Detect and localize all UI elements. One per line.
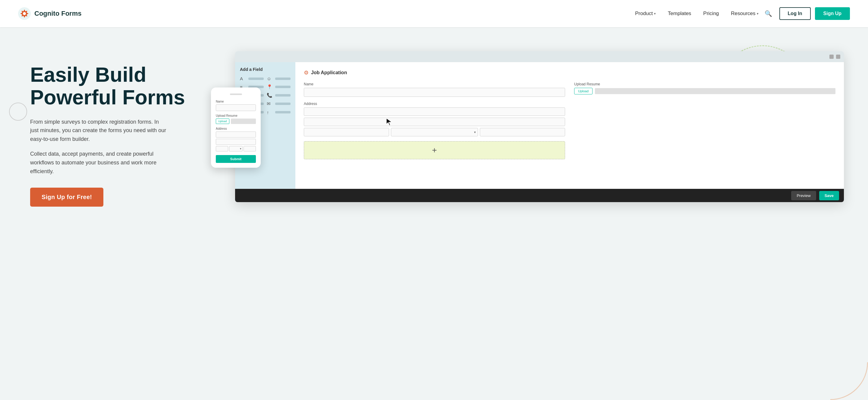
- file-field-icon: ↑: [267, 110, 273, 115]
- upload-progress-bar: [595, 88, 835, 94]
- logo-link[interactable]: Cognito Forms: [18, 7, 82, 20]
- field-line: [275, 94, 290, 96]
- save-button[interactable]: Save: [819, 191, 839, 200]
- mobile-form-overlay: Name Upload Resume Upload Address ▾ Subm…: [211, 87, 261, 168]
- resources-chevron-icon: ▾: [757, 12, 758, 16]
- svg-point-1: [23, 12, 26, 15]
- form-app-header: ⚙ Job Application: [304, 69, 835, 76]
- mobile-addr-state[interactable]: ▾: [229, 146, 242, 151]
- nav-links: Product ▾ Templates Pricing Resources ▾: [635, 10, 758, 17]
- field-item-email[interactable]: ✉: [267, 101, 290, 107]
- address-row1[interactable]: [304, 107, 565, 116]
- hero-title-line2: Powerful Forms: [30, 86, 185, 109]
- mobile-address-input1[interactable]: [216, 132, 256, 138]
- hero-title-line1: Easily Build: [30, 63, 146, 86]
- field-line: [275, 86, 290, 88]
- add-field-button[interactable]: +: [304, 141, 565, 159]
- bg-circle-outline: [9, 103, 27, 121]
- mobile-upload-label: Upload Resume: [216, 114, 256, 117]
- hero-desc1: From simple surveys to complex registrat…: [30, 118, 169, 144]
- hero-left: Easily Build Powerful Forms From simple …: [30, 51, 193, 207]
- hero-illustration: Add a Field A ☺ ≡: [211, 51, 844, 226]
- preview-button[interactable]: Preview: [791, 191, 816, 200]
- field-line: [275, 78, 290, 80]
- window-body: Add a Field A ☺ ≡: [235, 62, 844, 189]
- form-col-left: Name Address ▾: [304, 82, 565, 159]
- upload-resume-label: Upload Resume: [574, 82, 835, 86]
- field-item-choice[interactable]: ☺: [267, 76, 290, 81]
- choice-field-icon: ☺: [267, 76, 273, 81]
- address-label: Address: [304, 102, 565, 106]
- name-input[interactable]: [304, 88, 565, 97]
- address-field-icon: 📍: [267, 84, 273, 90]
- add-field-title: Add a Field: [240, 67, 290, 72]
- bg-arc-orange: [793, 324, 868, 400]
- form-app-title: Job Application: [311, 70, 347, 76]
- field-line: [248, 78, 264, 80]
- form-app-icon: ⚙: [304, 69, 309, 76]
- nav-signup-button[interactable]: Sign Up: [815, 7, 850, 20]
- nav-resources-label: Resources: [731, 10, 755, 17]
- hero-section: Easily Build Powerful Forms From simple …: [0, 27, 868, 400]
- address-state[interactable]: ▾: [391, 128, 478, 136]
- address-row2[interactable]: [304, 118, 565, 126]
- upload-button[interactable]: Upload: [574, 88, 592, 94]
- mobile-addr-zip[interactable]: [244, 146, 256, 151]
- form-col-right: Upload Resume Upload: [574, 82, 835, 159]
- mobile-upload-bar: [231, 119, 256, 124]
- nav-templates-label: Templates: [668, 10, 691, 17]
- mobile-address-input2[interactable]: [216, 139, 256, 145]
- brand-name: Cognito Forms: [34, 10, 82, 18]
- mobile-submit-button[interactable]: Submit: [216, 155, 256, 163]
- mobile-upload-row: Upload: [216, 119, 256, 124]
- address-zip[interactable]: [480, 128, 565, 136]
- mobile-addr-city[interactable]: [216, 146, 228, 151]
- address-field-group: Address ▾: [304, 102, 565, 136]
- window-bottombar: Preview Save: [235, 189, 844, 202]
- name-label: Name: [304, 82, 565, 86]
- field-item-file[interactable]: ↑: [267, 110, 290, 115]
- search-icon[interactable]: 🔍: [765, 10, 772, 17]
- hero-desc2: Collect data, accept payments, and creat…: [30, 150, 169, 176]
- mobile-name-label: Name: [216, 100, 256, 103]
- hero-signup-button[interactable]: Sign Up for Free!: [30, 188, 103, 207]
- mobile-notch: [230, 93, 242, 95]
- field-line: [275, 103, 290, 105]
- window-btn-2: [836, 55, 840, 59]
- nav-pricing-label: Pricing: [703, 10, 719, 17]
- address-city[interactable]: [304, 128, 389, 136]
- name-field-group: Name: [304, 82, 565, 97]
- form-builder-window: Add a Field A ☺ ≡: [235, 51, 844, 202]
- nav-resources[interactable]: Resources ▾: [731, 10, 758, 17]
- mobile-name-input[interactable]: [216, 104, 256, 111]
- upload-row: Upload: [574, 88, 835, 94]
- field-line: [275, 111, 290, 113]
- field-item-address[interactable]: 📍: [267, 84, 290, 90]
- nav-product-label: Product: [635, 10, 653, 17]
- logo-icon: [18, 7, 31, 20]
- login-button[interactable]: Log In: [779, 7, 811, 20]
- form-preview-panel: ⚙ Job Application Name Addre: [296, 62, 844, 189]
- navbar: Cognito Forms Product ▾ Templates Pricin…: [0, 0, 868, 27]
- nav-product[interactable]: Product ▾: [635, 10, 656, 17]
- product-chevron-icon: ▾: [654, 12, 656, 16]
- window-titlebar: [235, 51, 844, 62]
- email-field-icon: ✉: [267, 101, 273, 107]
- mobile-upload-button[interactable]: Upload: [216, 119, 229, 124]
- address-row3: ▾: [304, 128, 565, 136]
- window-btn-1: [830, 55, 834, 59]
- phone-field-icon: 📞: [267, 93, 273, 98]
- upload-resume-field-group: Upload Resume Upload: [574, 82, 835, 94]
- form-fields-layout: Name Address ▾: [304, 82, 835, 159]
- mobile-address-label: Address: [216, 127, 256, 130]
- text-field-icon: A: [240, 76, 247, 81]
- nav-pricing[interactable]: Pricing: [703, 10, 719, 17]
- field-item-text[interactable]: A: [240, 76, 264, 81]
- hero-title: Easily Build Powerful Forms: [30, 63, 193, 109]
- mobile-addr-row3: ▾: [216, 146, 256, 151]
- nav-templates[interactable]: Templates: [668, 10, 691, 17]
- field-item-phone[interactable]: 📞: [267, 93, 290, 98]
